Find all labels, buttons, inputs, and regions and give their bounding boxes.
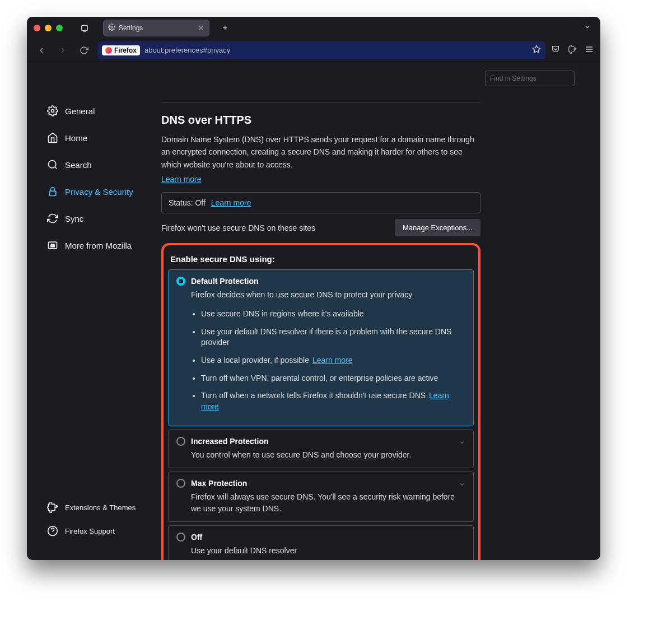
svg-text:m: m (50, 242, 54, 248)
svg-point-7 (49, 161, 56, 168)
firefox-logo-icon (105, 47, 112, 54)
dns-option-off[interactable]: Off Use your default DNS resolver (168, 525, 474, 560)
option-subtitle: Use your default DNS resolver (191, 545, 465, 557)
bookmark-icon[interactable] (532, 45, 541, 55)
bullet-item: Turn off when a network tells Firefox it… (201, 390, 465, 412)
bullet-item: Turn off when VPN, parental control, or … (201, 373, 465, 384)
svg-rect-9 (49, 191, 56, 195)
menu-icon[interactable] (585, 45, 594, 56)
dns-option-increased[interactable]: Increased Protection You control when to… (168, 430, 474, 468)
bullet-item: Use secure DNS in regions where it's ava… (201, 309, 465, 320)
tab-overview-icon[interactable] (77, 21, 92, 35)
dns-exceptions-row: Firefox won't use secure DNS on these si… (161, 219, 480, 236)
content-area: General Home Search Privacy & Security S… (27, 62, 600, 560)
browser-tab[interactable]: Settings ✕ (103, 20, 209, 36)
toolbar-right-icons (551, 45, 594, 56)
chevron-down-icon[interactable] (459, 438, 465, 448)
sidebar-item-extensions-themes[interactable]: Extensions & Themes (43, 497, 161, 517)
close-window-button[interactable] (34, 25, 40, 31)
dns-options-highlighted-box: Enable secure DNS using: Default Protect… (161, 243, 480, 560)
enable-dns-heading: Enable secure DNS using: (170, 254, 474, 264)
option-subtitle: You control when to use secure DNS and c… (191, 449, 465, 461)
reload-button[interactable] (76, 43, 92, 58)
forward-button[interactable] (55, 43, 71, 58)
option-title: Off (191, 533, 202, 542)
maximize-window-button[interactable] (56, 25, 63, 31)
option-title: Increased Protection (191, 437, 269, 446)
sidebar-item-firefox-support[interactable]: Firefox Support (43, 521, 161, 541)
sidebar-label: General (65, 106, 95, 116)
toolbar: Firefox about:preferences#privacy (27, 39, 600, 62)
bullet-text: Turn off when a network tells Firefox it… (201, 391, 426, 400)
section-divider (161, 102, 480, 102)
bullet-text: Use a local provider, if possible (201, 356, 309, 365)
settings-sidebar: General Home Search Privacy & Security S… (27, 62, 161, 560)
sidebar-label: Sync (65, 214, 83, 223)
extensions-icon[interactable] (568, 45, 577, 56)
sidebar-label: Extensions & Themes (65, 503, 136, 512)
section-heading: DNS over HTTPS (161, 114, 480, 127)
settings-search-input[interactable] (485, 71, 575, 86)
sidebar-label: More from Mozilla (65, 241, 132, 250)
window-controls (34, 25, 63, 31)
manage-exceptions-button[interactable]: Manage Exceptions... (395, 219, 480, 236)
radio-icon[interactable] (176, 533, 185, 542)
pocket-icon[interactable] (551, 45, 560, 56)
sidebar-item-privacy-security[interactable]: Privacy & Security (43, 181, 161, 202)
address-bar[interactable]: Firefox about:preferences#privacy (97, 41, 545, 59)
close-tab-icon[interactable]: ✕ (198, 24, 204, 32)
settings-main: DNS over HTTPS Domain Name System (DNS) … (161, 62, 600, 560)
sidebar-label: Firefox Support (65, 527, 115, 535)
titlebar: Settings ✕ + (27, 17, 600, 39)
radio-icon[interactable] (176, 437, 185, 446)
tabs-dropdown-icon[interactable] (581, 21, 594, 35)
learn-more-link[interactable]: Learn more (161, 175, 202, 184)
minimize-window-button[interactable] (45, 25, 52, 31)
section-description: Domain Name System (DNS) over HTTPS send… (161, 133, 480, 171)
option-title: Max Protection (191, 479, 247, 488)
sidebar-footer: Extensions & Themes Firefox Support (43, 497, 161, 544)
option-subtitle: Firefox decides when to use secure DNS t… (191, 289, 465, 301)
tab-title: Settings (119, 24, 143, 32)
option-bullets: Use secure DNS in regions where it's ava… (201, 309, 465, 412)
dns-status-text: Status: Off (169, 198, 206, 207)
dns-status-box: Status: Off Learn more (161, 192, 480, 213)
gear-icon (108, 24, 115, 32)
browser-window: Settings ✕ + Firefox about:preferences#p… (27, 17, 600, 560)
svg-point-1 (111, 26, 113, 28)
option-title: Default Protection (191, 277, 259, 286)
bullet-item: Use a local provider, if possibleLearn m… (201, 355, 465, 366)
svg-point-6 (52, 110, 54, 113)
sidebar-label: Home (65, 133, 87, 143)
sidebar-label: Search (65, 160, 92, 170)
new-tab-button[interactable]: + (217, 20, 233, 36)
url-text: about:preferences#privacy (144, 46, 230, 54)
sidebar-item-search[interactable]: Search (43, 155, 161, 175)
bullet-item: Use your default DNS resolver if there i… (201, 327, 465, 348)
back-button[interactable] (34, 43, 49, 58)
svg-marker-2 (533, 45, 540, 53)
status-learn-more-link[interactable]: Learn more (211, 198, 251, 207)
bullet-learn-more-link[interactable]: Learn more (312, 356, 353, 365)
sidebar-label: Privacy & Security (65, 187, 133, 197)
sidebar-item-more-mozilla[interactable]: m More from Mozilla (43, 235, 161, 255)
dns-option-max[interactable]: Max Protection Firefox will always use s… (168, 472, 474, 522)
radio-selected-icon[interactable] (176, 277, 185, 286)
sidebar-item-home[interactable]: Home (43, 128, 161, 148)
firefox-badge: Firefox (102, 45, 140, 55)
svg-rect-0 (82, 25, 88, 30)
sidebar-item-sync[interactable]: Sync (43, 208, 161, 228)
dns-option-default[interactable]: Default Protection Firefox decides when … (168, 269, 474, 426)
browser-name: Firefox (114, 46, 137, 54)
option-subtitle: Firefox will always use secure DNS. You'… (191, 491, 465, 515)
sidebar-item-general[interactable]: General (43, 101, 161, 121)
svg-line-8 (55, 167, 57, 169)
chevron-down-icon[interactable] (459, 480, 465, 490)
radio-icon[interactable] (176, 479, 185, 488)
exceptions-text: Firefox won't use secure DNS on these si… (161, 223, 315, 232)
